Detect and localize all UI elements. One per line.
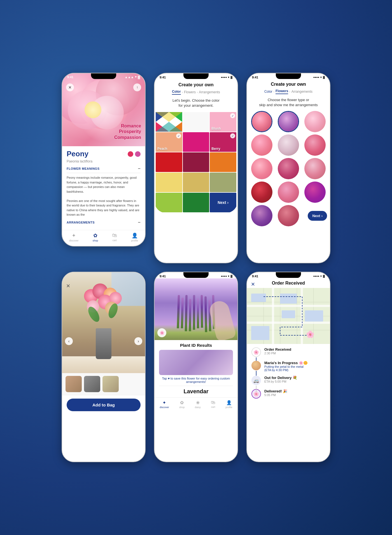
nav-discover[interactable]: ✦ discover <box>69 232 79 242</box>
flower-item-hypericum[interactable] <box>250 182 274 203</box>
close-button-4[interactable]: ✕ <box>66 283 70 289</box>
nav5-profile[interactable]: 👤 profile <box>225 400 232 409</box>
flower-type-next-container: Next › <box>303 205 327 226</box>
breadcrumb-color[interactable]: Color <box>172 90 181 95</box>
delivered-time: 5:05 PM <box>264 393 287 397</box>
nav5-shop-label: shop <box>179 406 185 409</box>
nav-cart-label: cart <box>113 239 117 242</box>
progress-info: Maria's In Progress 🌸🌼 Putting the petal… <box>264 361 308 372</box>
shop-icon-5: ✿ <box>180 400 184 405</box>
flower-meanings-title: FLOWER MEANINGS − <box>67 166 141 171</box>
prev-button[interactable]: ‹ <box>65 337 73 345</box>
discover-icon: ✦ <box>72 232 76 239</box>
flower-item-foxglove[interactable] <box>276 205 301 226</box>
color-cell-white[interactable] <box>183 112 209 132</box>
collapse-icon[interactable]: − <box>138 166 141 171</box>
color-cell-lime[interactable] <box>156 193 182 212</box>
flower-item-snapdragon[interactable] <box>303 134 327 156</box>
nav-shop[interactable]: ✿ shop <box>93 232 98 242</box>
color-cell-red[interactable] <box>156 152 182 172</box>
check-blush: ✓ <box>230 113 235 118</box>
color-cell-geo[interactable] <box>156 112 182 132</box>
nav5-discover-label: discover <box>160 406 169 409</box>
color-picker-header: Create your own Color › Flowers › Arrang… <box>155 80 237 108</box>
color-dot-red[interactable] <box>128 151 133 157</box>
flower-item-carnation[interactable] <box>303 182 327 203</box>
romance-line-1: Romance <box>114 123 141 129</box>
close-button[interactable]: ✕ <box>66 83 74 91</box>
phone-flower-type: 9:41 ●●●● ▾ ▓ Create your own Color › Fl… <box>246 73 330 263</box>
flower-item-gerbera-lt[interactable] <box>250 158 274 179</box>
flower-type-header: Create your own Color › Flowers › Arrang… <box>247 80 330 108</box>
color-grid-container: ✓ Blush ✓ Peach ✓ Berry <box>155 112 237 212</box>
breadcrumb-arrangements-3[interactable]: Arrangements <box>291 90 312 94</box>
breadcrumb-arrangements[interactable]: Arrangements <box>199 90 220 94</box>
status-time-6: 9:41 <box>252 275 258 278</box>
thumb-3[interactable] <box>102 376 119 392</box>
color-cell-dark-red[interactable] <box>183 152 209 172</box>
color-options[interactable]: ♡ <box>122 151 141 157</box>
flower-item-rose-purple[interactable] <box>276 111 301 132</box>
flower-meanings-overlay: Romance Prosperity Compassion <box>114 123 141 141</box>
order-header: ✕ Order Received <box>247 278 330 288</box>
color-dot-pink[interactable] <box>135 151 141 157</box>
share-button[interactable]: ↑ <box>133 83 141 91</box>
flower-item-stock[interactable] <box>303 158 327 179</box>
add-bag-label: Add to Bag <box>67 399 141 411</box>
breadcrumb-sep-2: › <box>197 91 198 94</box>
battery-3: ▓ <box>323 76 325 79</box>
nav5-shop[interactable]: ✿ shop <box>179 400 185 409</box>
tracking-item-delivered: 🌸 Delivered! 🎉 5:05 PM <box>251 389 325 399</box>
color-cell-yellow[interactable] <box>156 173 182 192</box>
phone-peony-detail: 9:41 ▲▲▲ ▾ ▓ <box>62 73 146 246</box>
order-received-icon: 🌸 <box>251 347 261 357</box>
flower-item-gerbera-dk[interactable] <box>276 158 301 179</box>
flower-item-lavender[interactable] <box>250 205 274 226</box>
cart-icon-5: 🛍 <box>211 400 215 405</box>
breadcrumb-flowers[interactable]: Flowers <box>184 90 196 94</box>
delivery-marker: 🌸 <box>306 331 314 338</box>
plant-latin-name: Paeonia lactiflora <box>67 159 141 163</box>
breadcrumb-flowers-3[interactable]: Flowers <box>276 89 288 94</box>
nav-cart[interactable]: 🛍 cart <box>112 232 117 242</box>
color-cell-green[interactable] <box>183 193 209 212</box>
status-time-5: 9:41 <box>160 275 166 278</box>
flower-item-rose-pink[interactable] <box>250 111 274 132</box>
nav5-daisy[interactable]: ❀ daisy <box>195 400 201 409</box>
flower-item-spray-rose[interactable] <box>276 182 301 203</box>
color-cell-peach[interactable]: ✓ Peach <box>156 132 182 152</box>
flower-type-grid: Next › <box>247 111 330 226</box>
wifi-5: ▾ <box>228 275 229 278</box>
thumb-1[interactable] <box>66 376 82 392</box>
color-cell-sage[interactable] <box>210 173 236 192</box>
tracking-list: 🌸 Order Received 2:30 PM Maria's In Prog… <box>247 344 330 402</box>
nav5-cart[interactable]: 🛍 cart <box>211 400 215 409</box>
color-cell-berry[interactable]: ✓ Berry <box>210 132 236 152</box>
flower-item-alstroemeria[interactable] <box>250 134 274 156</box>
close-button-6[interactable]: ✕ <box>251 281 255 287</box>
progress-label: Maria's In Progress 🌸🌼 <box>264 361 308 365</box>
flower-item-waxflower[interactable] <box>276 134 301 156</box>
maria-icon <box>251 361 261 370</box>
color-cell-next-btn[interactable]: Next › <box>210 193 236 212</box>
delivery-info: Out for Delivery 💐 ETA by 5:00 PM <box>264 376 297 383</box>
next-arrow-button[interactable]: › <box>134 337 142 345</box>
next-btn-label-3: Next <box>312 214 320 218</box>
color-cell-gold[interactable] <box>183 173 209 192</box>
color-cell-hot-pink[interactable] <box>183 132 209 152</box>
add-to-bag-button[interactable]: Add to Bag <box>67 399 141 411</box>
nav-profile[interactable]: 👤 profile <box>131 232 138 242</box>
color-cell-blush[interactable]: ✓ Blush <box>210 112 236 132</box>
nav5-discover[interactable]: ✦ discover <box>160 400 169 409</box>
flower-item-lily[interactable] <box>303 111 327 132</box>
flower-type-next-button[interactable]: Next › <box>308 211 327 221</box>
color-cell-orange[interactable] <box>210 152 236 172</box>
profile-icon: 👤 <box>132 232 138 239</box>
breadcrumb-color-3[interactable]: Color <box>264 90 272 94</box>
collapse-icon-2[interactable]: − <box>138 220 141 225</box>
thumb-2[interactable] <box>84 376 100 392</box>
romance-line-2: Prosperity <box>114 129 141 135</box>
next-arrow-3: › <box>321 214 323 218</box>
color-picker-subtitle: Let's begin. Choose the colorfor your ar… <box>159 98 233 108</box>
divider-plant-id <box>159 386 233 386</box>
